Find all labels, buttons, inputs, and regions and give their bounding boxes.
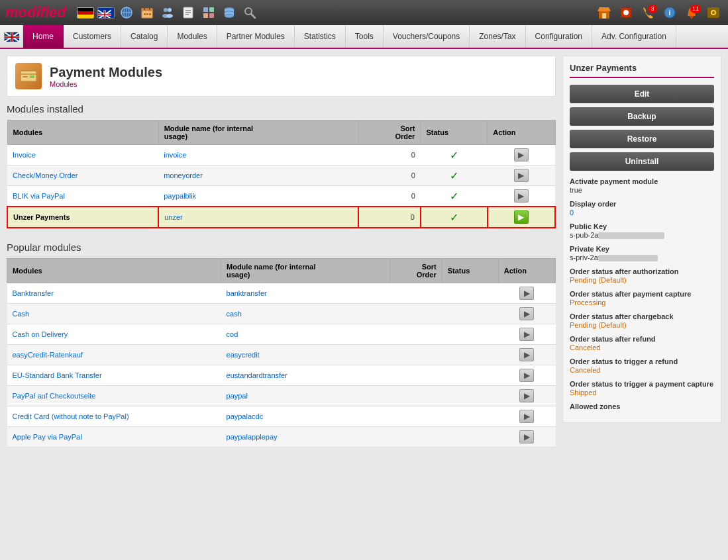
table-row: Invoice invoice 0 ✓ ▶	[7, 145, 555, 165]
col-sort-pop: SortOrder	[390, 259, 442, 283]
internal-link[interactable]: paypalblik	[164, 192, 196, 200]
row-action-btn[interactable]: ▶	[514, 189, 529, 203]
trigger-refund-row: Order status to trigger a refund Cancele…	[570, 357, 714, 375]
restore-button[interactable]: Restore	[570, 130, 714, 148]
svg-rect-28	[203, 13, 208, 18]
svg-point-48	[691, 17, 693, 19]
activate-label: Activate payment module	[570, 177, 714, 185]
flag-gb-icon[interactable]	[97, 5, 115, 20]
internal-link[interactable]: paypal	[227, 392, 248, 400]
module-link[interactable]: Apple Pay via PayPal	[13, 433, 82, 441]
internal-link[interactable]: invoice	[164, 151, 186, 159]
uninstall-button[interactable]: Uninstall	[570, 152, 714, 171]
users-icon[interactable]	[159, 5, 176, 20]
info-icon[interactable]: i	[660, 5, 679, 21]
col-status-pop: Status	[442, 259, 498, 283]
breadcrumb: Modules	[50, 80, 162, 88]
selected-module-name: Unzer Payments	[13, 213, 70, 221]
internal-link[interactable]: eustandardtransfer	[227, 371, 287, 379]
row-action-btn[interactable]: ▶	[519, 410, 534, 423]
table-row: Cash cash ▶	[7, 304, 556, 324]
row-action-btn[interactable]: ▶	[519, 369, 534, 382]
row-action-btn[interactable]: ▶	[519, 348, 534, 361]
module-link[interactable]: Credit Card (without note to PayPal)	[13, 412, 129, 420]
nav-customers[interactable]: Customers	[64, 25, 121, 48]
internal-link[interactable]: unzer	[164, 213, 183, 221]
search-icon[interactable]	[241, 5, 258, 20]
internal-link[interactable]: paypalapplepay	[227, 433, 278, 441]
backup-button[interactable]: Backup	[570, 107, 714, 126]
svg-point-51	[712, 11, 715, 14]
internal-link[interactable]: banktransfer	[227, 289, 267, 297]
row-action-btn[interactable]: ▶	[519, 389, 534, 402]
popular-modules-table: Modules Module name (for internalusage) …	[7, 258, 556, 447]
internal-link[interactable]: moneyorder	[164, 171, 203, 179]
auth-status-value: Pending (Default)	[570, 276, 627, 284]
calendar-icon[interactable]	[138, 5, 156, 20]
module-link[interactable]: Banktransfer	[13, 289, 54, 297]
display-order-label: Display order	[570, 200, 714, 208]
bell-icon[interactable]: 11	[682, 5, 701, 21]
table-row: PayPal auf Checkoutseite paypal ▶	[7, 386, 556, 406]
nav-tools[interactable]: Tools	[346, 25, 384, 48]
svg-point-34	[225, 15, 234, 18]
svg-rect-29	[209, 13, 214, 18]
module-link[interactable]: Cash on Delivery	[13, 330, 68, 338]
nav-adv-configuration[interactable]: Adv. Configuration	[592, 25, 676, 48]
trigger-capture-row: Order status to trigger a payment captur…	[570, 380, 714, 397]
internal-link[interactable]: paypalacdc	[227, 412, 264, 420]
svg-rect-27	[209, 7, 214, 12]
panel-box: Unzer Payments Edit Backup Restore Unins…	[562, 56, 721, 423]
row-action-btn[interactable]: ▶	[514, 169, 529, 182]
internal-link[interactable]: cash	[227, 310, 242, 318]
settings-icon[interactable]	[704, 5, 723, 21]
sidebar-panel: Unzer Payments Edit Backup Restore Unins…	[562, 56, 721, 552]
nav-configuration[interactable]: Configuration	[526, 25, 592, 48]
internal-link[interactable]: easycredit	[227, 351, 260, 359]
module-link[interactable]: Cash	[13, 310, 30, 318]
module-link[interactable]: PayPal auf Checkoutseite	[13, 392, 96, 400]
nav-home[interactable]: Home	[23, 25, 64, 48]
phone-icon[interactable]: 3	[639, 5, 657, 21]
module-link[interactable]: Invoice	[13, 151, 36, 159]
nav-partner-modules[interactable]: Partner Modules	[217, 25, 295, 48]
internal-link[interactable]: cod	[227, 330, 238, 338]
nav-zones[interactable]: Zones/Tax	[470, 25, 525, 48]
row-action-btn[interactable]: ▶	[519, 430, 534, 443]
row-action-btn[interactable]: ▶	[519, 328, 534, 341]
page-icon	[15, 63, 42, 89]
nav-vouchers[interactable]: Vouchers/Coupons	[384, 25, 470, 48]
private-key-label: Private Key	[570, 245, 714, 253]
orders-icon[interactable]	[180, 5, 197, 20]
flag-de-icon[interactable]	[77, 5, 94, 20]
database-icon[interactable]	[221, 5, 238, 20]
popular-section: Popular modules Modules Module name (for…	[7, 242, 556, 447]
nav-catalog[interactable]: Catalog	[121, 25, 168, 48]
module-link[interactable]: EU-Standard Bank Transfer	[13, 371, 102, 379]
nav-statistics[interactable]: Statistics	[295, 25, 346, 48]
chargeback-status-value: Pending (Default)	[570, 321, 627, 329]
trigger-refund-value: Canceled	[570, 366, 600, 374]
row-action-btn[interactable]: ▶	[514, 148, 529, 162]
activate-value: true	[570, 186, 582, 194]
svg-rect-61	[23, 76, 28, 77]
products-icon[interactable]	[200, 5, 217, 20]
globe-icon[interactable]	[118, 5, 135, 20]
row-action-btn[interactable]: ▶	[519, 307, 534, 320]
row-action-btn-selected[interactable]: ▶	[514, 210, 529, 224]
edit-button[interactable]: Edit	[570, 85, 714, 103]
table-row: Banktransfer banktransfer ▶	[7, 283, 556, 304]
public-key-label: Public Key	[570, 222, 714, 230]
help-icon[interactable]	[617, 5, 635, 21]
row-action-btn[interactable]: ▶	[519, 287, 534, 300]
module-link[interactable]: Check/Money Order	[13, 171, 78, 179]
nav-modules[interactable]: Modules	[168, 25, 217, 48]
svg-rect-26	[203, 7, 208, 12]
module-link[interactable]: easyCredit-Ratenkauf	[13, 351, 83, 359]
navigation-bar: Home Customers Catalog Modules Partner M…	[0, 25, 728, 49]
module-link[interactable]: BLIK via PayPal	[13, 192, 65, 200]
status-active: ✓	[450, 212, 458, 223]
store-icon[interactable]	[595, 5, 613, 21]
table-row: EU-Standard Bank Transfer eustandardtran…	[7, 365, 556, 386]
public-key-value: s-pub-2a	[570, 231, 664, 239]
